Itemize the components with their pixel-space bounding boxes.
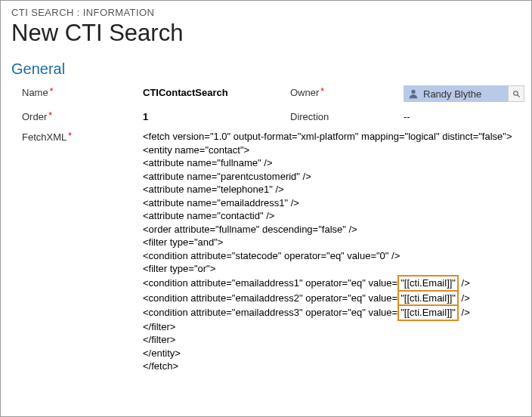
owner-lookup-button[interactable]	[508, 85, 524, 102]
user-icon	[408, 88, 419, 99]
label-direction: Direction	[290, 110, 404, 122]
label-name: Name*	[22, 85, 143, 102]
owner-name: Randy Blythe	[423, 88, 481, 100]
xml-line: <filter type="and">	[143, 236, 521, 249]
xml-line: <attribute name="telephone1" />	[143, 183, 521, 196]
required-star: *	[48, 110, 52, 121]
required-star: *	[68, 131, 72, 141]
label-owner: Owner*	[290, 85, 404, 102]
form-grid: Name* CTIContactSearch Owner* Randy Blyt…	[22, 85, 521, 122]
required-star: *	[320, 86, 324, 97]
xml-line: </filter>	[143, 320, 521, 334]
fetchxml-content[interactable]: <fetch version="1.0" output-format="xml-…	[143, 130, 521, 373]
page-title: New CTI Search	[11, 20, 521, 47]
breadcrumb: CTI SEARCH : INFORMATION	[11, 7, 521, 18]
label-fetchxml: FetchXML*	[22, 130, 143, 143]
highlighted-token: "[[cti.Email]]"	[397, 290, 459, 307]
xml-line: <filter type="or">	[143, 262, 521, 276]
xml-line: <condition attribute="emailaddress2" ope…	[143, 291, 521, 306]
value-name[interactable]: CTIContactSearch	[143, 85, 290, 102]
owner-value[interactable]: Randy Blythe	[404, 85, 508, 102]
xml-line: <entity name="contact">	[143, 144, 521, 157]
xml-line: <attribute name="emailaddress1" />	[143, 196, 521, 210]
section-title-general: General	[11, 60, 521, 78]
xml-line: </entity>	[143, 347, 521, 360]
highlighted-token: "[[cti.Email]]"	[397, 275, 459, 292]
xml-line: <attribute name="parentcustomerid" />	[143, 170, 521, 184]
owner-field: Randy Blythe	[404, 85, 524, 102]
svg-point-1	[513, 91, 518, 95]
xml-line: <condition attribute="statecode" operato…	[143, 249, 521, 263]
xml-line: <order attribute="fullname" descending="…	[143, 223, 521, 236]
xml-line: </filter>	[143, 333, 521, 347]
xml-line: <fetch version="1.0" output-format="xml-…	[143, 130, 521, 144]
search-icon	[512, 90, 521, 98]
xml-line: <attribute name="contactid" />	[143, 209, 521, 223]
highlighted-token: "[[cti.Email]]"	[397, 304, 459, 321]
required-star: *	[50, 86, 54, 97]
svg-line-2	[517, 94, 519, 97]
xml-line: <condition attribute="emailaddress1" ope…	[143, 276, 521, 291]
label-order: Order*	[22, 110, 143, 122]
svg-point-0	[411, 90, 415, 94]
xml-line: </fetch>	[143, 360, 521, 373]
value-direction[interactable]: --	[404, 110, 524, 122]
xml-line: <condition attribute="emailaddress3" ope…	[143, 305, 521, 320]
xml-line: <attribute name="fullname" />	[143, 156, 521, 170]
value-order[interactable]: 1	[143, 110, 290, 122]
